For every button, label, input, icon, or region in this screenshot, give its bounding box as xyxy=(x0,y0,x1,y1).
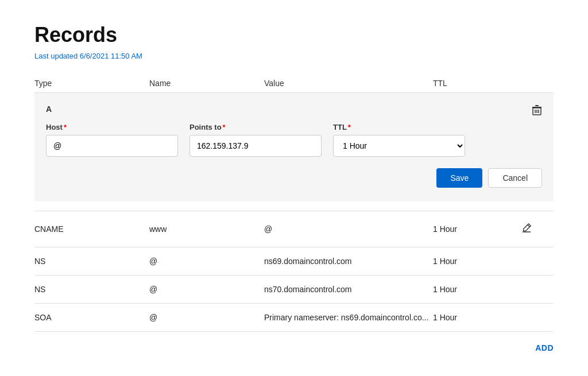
row-type: NS xyxy=(34,285,149,294)
page-title: Records xyxy=(34,23,554,47)
save-button[interactable]: Save xyxy=(436,168,482,188)
table-row: CNAME www @ 1 Hour xyxy=(34,211,554,247)
trash-icon xyxy=(532,104,542,116)
col-name: Name xyxy=(149,79,264,88)
col-ttl: TTL xyxy=(433,79,519,88)
row-type: CNAME xyxy=(34,224,149,234)
delete-record-button[interactable] xyxy=(529,102,544,121)
ttl-select[interactable]: 1 Hour 30 Minutes 1 Day Custom xyxy=(333,135,465,157)
col-value: Value xyxy=(264,79,433,88)
host-input[interactable] xyxy=(46,135,178,157)
cancel-button[interactable]: Cancel xyxy=(488,168,542,188)
table-row: NS @ ns69.domaincontrol.com 1 Hour xyxy=(34,247,554,276)
records-table-body: CNAME www @ 1 Hour NS @ ns69.domaincontr… xyxy=(34,211,554,332)
row-ttl: 1 Hour xyxy=(433,224,519,234)
row-value: ns70.domaincontrol.com xyxy=(264,285,433,294)
points-to-field-group: Points to* xyxy=(189,123,322,157)
row-name: @ xyxy=(149,313,264,322)
last-updated-text: Last updated 6/6/2021 11:50 AM xyxy=(34,52,554,60)
col-type: Type xyxy=(34,79,149,88)
svg-rect-1 xyxy=(535,105,539,106)
table-header: Type Name Value TTL xyxy=(34,74,554,93)
col-actions xyxy=(519,79,554,88)
host-label: Host* xyxy=(46,123,178,131)
add-record-button[interactable]: ADD xyxy=(535,343,554,352)
row-actions xyxy=(519,220,554,238)
ttl-label: TTL* xyxy=(333,123,465,131)
edit-record-button[interactable] xyxy=(519,220,534,238)
row-ttl: 1 Hour xyxy=(433,257,519,266)
table-row: NS @ ns70.domaincontrol.com 1 Hour xyxy=(34,276,554,304)
points-to-required-star: * xyxy=(223,123,226,131)
points-to-input[interactable] xyxy=(189,135,322,157)
row-value: @ xyxy=(264,224,433,234)
host-field-group: Host* xyxy=(46,123,178,157)
row-ttl: 1 Hour xyxy=(433,285,519,294)
row-ttl: 1 Hour xyxy=(433,313,519,322)
svg-rect-6 xyxy=(523,231,531,232)
edit-record-form: A Host* Points to* TTL* 1 Hour xyxy=(34,93,554,201)
row-type: SOA xyxy=(34,313,149,322)
row-name: www xyxy=(149,224,264,234)
points-to-label: Points to* xyxy=(189,123,322,131)
row-name: @ xyxy=(149,285,264,294)
row-type: NS xyxy=(34,257,149,266)
form-actions: Save Cancel xyxy=(46,168,542,188)
table-row: SOA @ Primary nameserver: ns69.domaincon… xyxy=(34,304,554,332)
record-type-label: A xyxy=(46,104,542,114)
row-value: Primary nameserver: ns69.domaincontrol.c… xyxy=(264,313,433,322)
ttl-field-group: TTL* 1 Hour 30 Minutes 1 Day Custom xyxy=(333,123,465,157)
host-required-star: * xyxy=(64,123,67,131)
edit-record-form-wrapper: A Host* Points to* TTL* 1 Hour xyxy=(34,93,554,201)
edit-icon xyxy=(521,223,532,233)
row-name: @ xyxy=(149,257,264,266)
add-record-section: ADD xyxy=(34,343,554,352)
form-fields-row: Host* Points to* TTL* 1 Hour 30 Minutes … xyxy=(46,123,542,157)
row-value: ns69.domaincontrol.com xyxy=(264,257,433,266)
ttl-required-star: * xyxy=(348,123,351,131)
